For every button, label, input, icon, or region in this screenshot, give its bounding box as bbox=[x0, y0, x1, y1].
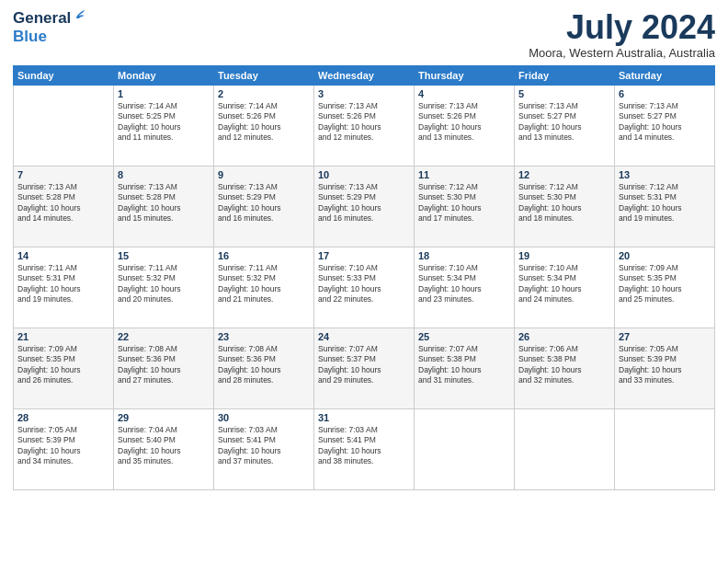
day-number: 22 bbox=[118, 331, 210, 342]
calendar-cell: 31Sunrise: 7:03 AMSunset: 5:41 PMDayligh… bbox=[314, 408, 415, 489]
column-header-saturday: Saturday bbox=[615, 65, 715, 85]
header: General Blue July 2024 Moora, Western Au… bbox=[13, 9, 715, 60]
calendar-cell: 4Sunrise: 7:13 AMSunset: 5:26 PMDaylight… bbox=[415, 85, 515, 166]
calendar-cell: 10Sunrise: 7:13 AMSunset: 5:29 PMDayligh… bbox=[314, 166, 415, 247]
day-number: 29 bbox=[118, 412, 210, 423]
cell-content: Sunrise: 7:14 AMSunset: 5:25 PMDaylight:… bbox=[118, 101, 210, 144]
cell-content: Sunrise: 7:13 AMSunset: 5:28 PMDaylight:… bbox=[17, 182, 109, 224]
column-header-wednesday: Wednesday bbox=[314, 65, 415, 85]
cell-content: Sunrise: 7:08 AMSunset: 5:36 PMDaylight:… bbox=[218, 344, 310, 386]
calendar-cell bbox=[615, 408, 715, 489]
cell-content: Sunrise: 7:07 AMSunset: 5:38 PMDaylight:… bbox=[418, 344, 510, 386]
day-number: 12 bbox=[518, 169, 610, 180]
day-number: 15 bbox=[118, 250, 210, 261]
cell-content: Sunrise: 7:05 AMSunset: 5:39 PMDaylight:… bbox=[17, 425, 109, 467]
day-number: 27 bbox=[619, 331, 711, 342]
day-number: 21 bbox=[17, 331, 109, 342]
calendar-cell: 18Sunrise: 7:10 AMSunset: 5:34 PMDayligh… bbox=[415, 247, 515, 327]
cell-content: Sunrise: 7:04 AMSunset: 5:40 PMDaylight:… bbox=[118, 425, 210, 467]
calendar-cell: 6Sunrise: 7:13 AMSunset: 5:27 PMDaylight… bbox=[615, 85, 715, 166]
calendar-cell: 3Sunrise: 7:13 AMSunset: 5:26 PMDaylight… bbox=[314, 85, 415, 166]
calendar-cell: 25Sunrise: 7:07 AMSunset: 5:38 PMDayligh… bbox=[415, 327, 515, 408]
cell-content: Sunrise: 7:12 AMSunset: 5:30 PMDaylight:… bbox=[518, 182, 610, 224]
day-number: 11 bbox=[418, 169, 510, 180]
cell-content: Sunrise: 7:13 AMSunset: 5:27 PMDaylight:… bbox=[619, 101, 711, 144]
logo-bird-icon bbox=[73, 9, 85, 22]
calendar-cell bbox=[415, 408, 515, 489]
cell-content: Sunrise: 7:13 AMSunset: 5:26 PMDaylight:… bbox=[418, 101, 510, 144]
calendar-cell: 29Sunrise: 7:04 AMSunset: 5:40 PMDayligh… bbox=[114, 408, 214, 489]
cell-content: Sunrise: 7:09 AMSunset: 5:35 PMDaylight:… bbox=[17, 344, 109, 386]
day-number: 8 bbox=[118, 169, 210, 180]
day-number: 31 bbox=[318, 412, 410, 423]
day-number: 17 bbox=[318, 250, 410, 261]
day-number: 1 bbox=[118, 88, 210, 99]
calendar-week-4: 21Sunrise: 7:09 AMSunset: 5:35 PMDayligh… bbox=[14, 327, 715, 408]
day-number: 6 bbox=[619, 88, 711, 99]
calendar-cell: 17Sunrise: 7:10 AMSunset: 5:33 PMDayligh… bbox=[314, 247, 415, 327]
column-header-sunday: Sunday bbox=[14, 65, 114, 85]
cell-content: Sunrise: 7:14 AMSunset: 5:26 PMDaylight:… bbox=[218, 101, 310, 144]
day-number: 24 bbox=[318, 331, 410, 342]
cell-content: Sunrise: 7:03 AMSunset: 5:41 PMDaylight:… bbox=[218, 425, 310, 467]
month-title: July 2024 bbox=[529, 9, 715, 46]
logo: General Blue bbox=[13, 9, 71, 45]
calendar-cell: 5Sunrise: 7:13 AMSunset: 5:27 PMDaylight… bbox=[515, 85, 615, 166]
cell-content: Sunrise: 7:13 AMSunset: 5:26 PMDaylight:… bbox=[318, 101, 410, 144]
calendar-week-3: 14Sunrise: 7:11 AMSunset: 5:31 PMDayligh… bbox=[14, 247, 715, 327]
day-number: 20 bbox=[619, 250, 711, 261]
calendar-cell: 30Sunrise: 7:03 AMSunset: 5:41 PMDayligh… bbox=[214, 408, 314, 489]
day-number: 2 bbox=[218, 88, 310, 99]
calendar-week-1: 1Sunrise: 7:14 AMSunset: 5:25 PMDaylight… bbox=[14, 85, 715, 166]
day-number: 7 bbox=[17, 169, 109, 180]
title-block: July 2024 Moora, Western Australia, Aust… bbox=[529, 9, 715, 60]
cell-content: Sunrise: 7:11 AMSunset: 5:31 PMDaylight:… bbox=[17, 263, 109, 305]
calendar-cell: 7Sunrise: 7:13 AMSunset: 5:28 PMDaylight… bbox=[14, 166, 114, 247]
calendar-cell bbox=[515, 408, 615, 489]
page: General Blue July 2024 Moora, Western Au… bbox=[0, 0, 728, 563]
calendar-cell: 9Sunrise: 7:13 AMSunset: 5:29 PMDaylight… bbox=[214, 166, 314, 247]
day-number: 3 bbox=[318, 88, 410, 99]
day-number: 14 bbox=[17, 250, 109, 261]
calendar-cell: 28Sunrise: 7:05 AMSunset: 5:39 PMDayligh… bbox=[14, 408, 114, 489]
day-number: 4 bbox=[418, 88, 510, 99]
day-number: 16 bbox=[218, 250, 310, 261]
day-number: 10 bbox=[318, 169, 410, 180]
cell-content: Sunrise: 7:06 AMSunset: 5:38 PMDaylight:… bbox=[518, 344, 610, 386]
cell-content: Sunrise: 7:03 AMSunset: 5:41 PMDaylight:… bbox=[318, 425, 410, 467]
column-header-monday: Monday bbox=[114, 65, 214, 85]
calendar-cell: 24Sunrise: 7:07 AMSunset: 5:37 PMDayligh… bbox=[314, 327, 415, 408]
calendar-cell: 15Sunrise: 7:11 AMSunset: 5:32 PMDayligh… bbox=[114, 247, 214, 327]
calendar-cell: 12Sunrise: 7:12 AMSunset: 5:30 PMDayligh… bbox=[515, 166, 615, 247]
cell-content: Sunrise: 7:13 AMSunset: 5:27 PMDaylight:… bbox=[518, 101, 610, 144]
cell-content: Sunrise: 7:10 AMSunset: 5:34 PMDaylight:… bbox=[518, 263, 610, 305]
calendar-cell: 19Sunrise: 7:10 AMSunset: 5:34 PMDayligh… bbox=[515, 247, 615, 327]
logo-general: General bbox=[13, 9, 71, 28]
cell-content: Sunrise: 7:11 AMSunset: 5:32 PMDaylight:… bbox=[118, 263, 210, 305]
day-number: 18 bbox=[418, 250, 510, 261]
calendar-cell: 22Sunrise: 7:08 AMSunset: 5:36 PMDayligh… bbox=[114, 327, 214, 408]
calendar-week-5: 28Sunrise: 7:05 AMSunset: 5:39 PMDayligh… bbox=[14, 408, 715, 489]
cell-content: Sunrise: 7:07 AMSunset: 5:37 PMDaylight:… bbox=[318, 344, 410, 386]
cell-content: Sunrise: 7:13 AMSunset: 5:29 PMDaylight:… bbox=[218, 182, 310, 224]
cell-content: Sunrise: 7:13 AMSunset: 5:28 PMDaylight:… bbox=[118, 182, 210, 224]
calendar-cell: 2Sunrise: 7:14 AMSunset: 5:26 PMDaylight… bbox=[214, 85, 314, 166]
cell-content: Sunrise: 7:10 AMSunset: 5:34 PMDaylight:… bbox=[418, 263, 510, 305]
day-number: 26 bbox=[518, 331, 610, 342]
calendar-cell: 13Sunrise: 7:12 AMSunset: 5:31 PMDayligh… bbox=[615, 166, 715, 247]
day-number: 13 bbox=[619, 169, 711, 180]
calendar-week-2: 7Sunrise: 7:13 AMSunset: 5:28 PMDaylight… bbox=[14, 166, 715, 247]
day-number: 23 bbox=[218, 331, 310, 342]
calendar-cell bbox=[14, 85, 114, 166]
cell-content: Sunrise: 7:12 AMSunset: 5:31 PMDaylight:… bbox=[619, 182, 711, 224]
column-header-tuesday: Tuesday bbox=[214, 65, 314, 85]
day-number: 19 bbox=[518, 250, 610, 261]
calendar-cell: 8Sunrise: 7:13 AMSunset: 5:28 PMDaylight… bbox=[114, 166, 214, 247]
day-number: 28 bbox=[17, 412, 109, 423]
calendar-cell: 14Sunrise: 7:11 AMSunset: 5:31 PMDayligh… bbox=[14, 247, 114, 327]
cell-content: Sunrise: 7:11 AMSunset: 5:32 PMDaylight:… bbox=[218, 263, 310, 305]
calendar-table: SundayMondayTuesdayWednesdayThursdayFrid… bbox=[13, 65, 715, 490]
calendar-cell: 26Sunrise: 7:06 AMSunset: 5:38 PMDayligh… bbox=[515, 327, 615, 408]
logo-blue: Blue bbox=[13, 28, 71, 46]
calendar-cell: 16Sunrise: 7:11 AMSunset: 5:32 PMDayligh… bbox=[214, 247, 314, 327]
